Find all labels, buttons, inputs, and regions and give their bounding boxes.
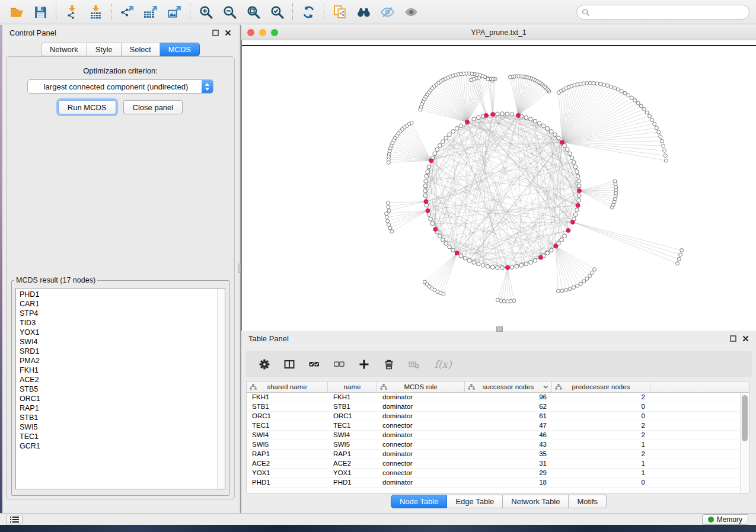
tree-icon: [468, 384, 475, 390]
column-header-shared-name[interactable]: shared name: [247, 382, 328, 392]
refresh-view-button[interactable]: [296, 2, 320, 21]
cell-successor-nodes: 61: [465, 412, 552, 421]
cell-name: RAP1: [328, 450, 377, 459]
memory-button[interactable]: Memory: [702, 514, 748, 525]
import-network-button[interactable]: [60, 2, 84, 21]
hide-selected-button[interactable]: [375, 2, 399, 21]
table-scrollbar-thumb[interactable]: [742, 395, 748, 441]
vertical-splitter-handle[interactable]: [238, 264, 241, 273]
tab-network-table[interactable]: Network Table: [503, 495, 569, 508]
network-canvas[interactable]: [241, 40, 756, 331]
tab-mcds[interactable]: MCDS: [160, 43, 200, 56]
zoom-in-button[interactable]: [194, 2, 218, 21]
tab-edge-table[interactable]: Edge Table: [447, 495, 503, 508]
open-session-button[interactable]: [5, 2, 28, 21]
import-table-button[interactable]: [84, 2, 107, 21]
mcds-result-item[interactable]: CAR1: [20, 299, 225, 309]
network-window-title: YPA_prune.txt_1: [241, 28, 756, 37]
export-network-button[interactable]: [115, 2, 139, 21]
table-row[interactable]: RAP1RAP1dominator352: [247, 450, 749, 459]
search-box[interactable]: [576, 5, 749, 20]
criterion-dropdown[interactable]: largest connected component (undirected): [27, 79, 213, 94]
float-panel-icon[interactable]: [212, 30, 219, 36]
tab-network[interactable]: Network: [41, 43, 87, 56]
tab-style[interactable]: Style: [87, 43, 122, 56]
toolbar-separator: [56, 4, 56, 20]
cell-name: PHD1: [328, 478, 377, 487]
mcds-result-item[interactable]: ACE2: [20, 375, 225, 384]
close-panel-button[interactable]: Close panel: [123, 100, 183, 114]
horizontal-splitter-handle[interactable]: [496, 326, 503, 332]
delete-column-button[interactable]: [383, 358, 395, 370]
mcds-result-list[interactable]: PHD1CAR1STP4TID3YOX1SWI4SRD1PMA2FKH1ACE2…: [15, 288, 225, 489]
table-settings-button[interactable]: [259, 358, 270, 370]
mcds-result-item[interactable]: TID3: [20, 318, 225, 328]
column-header-MCDS-role[interactable]: MCDS role: [377, 382, 465, 392]
tab-motifs[interactable]: Motifs: [569, 495, 607, 508]
select-all-button[interactable]: [308, 358, 320, 370]
cell-MCDS-role: dominator: [377, 450, 465, 459]
table-row[interactable]: ACE2ACE2connector311: [247, 459, 749, 469]
mcds-result-item[interactable]: STB5: [20, 384, 225, 394]
column-header-name[interactable]: name: [328, 382, 377, 392]
clear-selection-button[interactable]: [333, 358, 345, 370]
refresh-icon: [301, 5, 316, 20]
export-image-button[interactable]: [162, 2, 186, 21]
network-graph[interactable]: [242, 40, 756, 331]
cell-name: ACE2: [328, 459, 377, 468]
mcds-result-item[interactable]: STB1: [20, 413, 225, 422]
mcds-result-item[interactable]: YOX1: [20, 328, 225, 337]
mcds-result-item[interactable]: PHD1: [20, 290, 225, 299]
export-table-button[interactable]: [139, 2, 162, 21]
table-scrollbar[interactable]: [740, 393, 749, 493]
column-header-predecessor-nodes[interactable]: predecessor nodes: [552, 382, 650, 392]
tab-node-table[interactable]: Node Table: [391, 495, 448, 508]
column-header-successor-nodes[interactable]: successor nodes: [465, 382, 552, 392]
mcds-result-item[interactable]: FKH1: [20, 366, 225, 375]
network-window: YPA_prune.txt_1: [241, 25, 756, 331]
tab-select[interactable]: Select: [122, 43, 160, 56]
show-columns-button[interactable]: [283, 358, 295, 370]
mcds-result-item[interactable]: SWI4: [20, 337, 225, 347]
table-row[interactable]: SWI4SWI4dominator462: [247, 431, 749, 440]
clone-network-button[interactable]: [328, 2, 352, 21]
table-row[interactable]: STB1STB1dominator620: [247, 402, 749, 412]
table-tabs: Node TableEdge TableNetwork TableMotifs: [241, 495, 756, 508]
table-row[interactable]: SWI5SWI5connector431: [247, 440, 749, 450]
float-panel-icon[interactable]: [730, 335, 736, 342]
table-row[interactable]: ORC1ORC1dominator610: [247, 412, 749, 421]
cell-shared-name: FKH1: [247, 393, 328, 402]
table-row[interactable]: FKH1FKH1dominator962: [247, 393, 749, 402]
delete-table-button: [408, 358, 420, 370]
show-all-button[interactable]: [399, 2, 423, 21]
cell-predecessor-nodes: 2: [552, 450, 650, 459]
mcds-result-item[interactable]: SWI5: [20, 422, 225, 432]
close-panel-icon[interactable]: [742, 335, 749, 342]
create-column-button[interactable]: [358, 358, 370, 370]
mcds-result-item[interactable]: STP4: [20, 309, 225, 318]
mcds-list-scrollbar[interactable]: [217, 289, 225, 489]
zoom-fit-icon: [246, 5, 261, 20]
search-input[interactable]: [593, 8, 744, 17]
run-mcds-button[interactable]: Run MCDS: [58, 100, 116, 114]
save-session-button[interactable]: [28, 2, 52, 21]
close-panel-icon[interactable]: [225, 30, 231, 36]
mcds-result-item[interactable]: TEC1: [20, 432, 225, 441]
table-row[interactable]: YOX1YOX1connector291: [247, 469, 749, 478]
table-row[interactable]: PHD1PHD1dominator180: [247, 478, 749, 488]
mcds-result-item[interactable]: GCR1: [20, 441, 225, 451]
zoom-selected-button[interactable]: [265, 2, 289, 21]
mcds-result-item[interactable]: RAP1: [20, 403, 225, 413]
zoom-fit-button[interactable]: [241, 2, 265, 21]
mcds-result-item[interactable]: PMA2: [20, 356, 225, 366]
find-neighbors-button[interactable]: [352, 2, 375, 21]
table-toolbar: f(x): [245, 351, 752, 377]
mcds-result-item[interactable]: SRD1: [20, 347, 225, 356]
cell-name: FKH1: [328, 393, 377, 402]
mcds-result-item[interactable]: ORC1: [20, 394, 225, 403]
add-icon: [359, 359, 369, 370]
export-table-icon: [143, 5, 158, 20]
task-history-button[interactable]: [6, 515, 23, 524]
table-row[interactable]: TEC1TEC1connector472: [247, 421, 749, 431]
zoom-out-button[interactable]: [218, 2, 241, 21]
